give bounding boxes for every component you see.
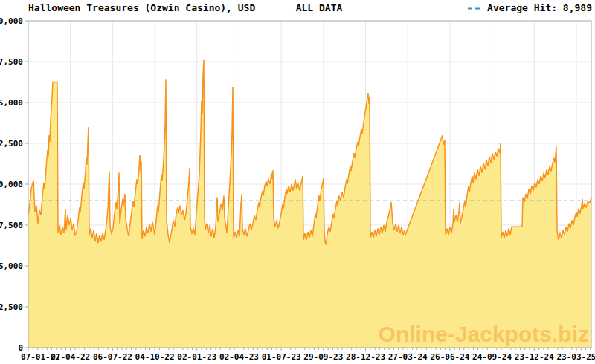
x-tick-label: 23-12-24 <box>515 352 554 362</box>
y-tick-label: 10,000 <box>0 180 23 189</box>
x-tick-label: 28-12-23 <box>346 352 385 362</box>
y-tick-label: 17,500 <box>0 57 23 67</box>
x-tick-label: 02-01-23 <box>177 352 216 362</box>
y-tick-label: 20,000 <box>0 16 23 26</box>
x-axis-labels: 07-01-2207-04-2206-07-2204-10-2202-01-23… <box>21 352 595 362</box>
x-tick-label: 27-03-24 <box>388 352 428 362</box>
x-tick-label: 26-06-24 <box>430 352 469 362</box>
x-tick-label: 29-09-23 <box>303 352 343 362</box>
x-tick-label: 01-07-23 <box>262 352 301 362</box>
y-tick-label: 2,500 <box>0 302 23 312</box>
x-tick-label: 06-07-22 <box>93 352 132 362</box>
y-tick-label: 5,000 <box>0 261 23 271</box>
x-tick-label: 04-10-22 <box>135 352 175 362</box>
y-axis-labels: 02,5005,0007,50010,00012,50015,00017,500… <box>0 16 23 353</box>
jackpot-history-chart: Halloween Treasures (Ozwin Casino), USD … <box>0 0 595 364</box>
x-tick-label: 23-03-25 <box>557 352 595 362</box>
y-tick-label: 7,500 <box>0 221 23 230</box>
x-tick-label: 07-04-22 <box>51 352 90 362</box>
x-tick-label: 02-04-23 <box>219 352 259 362</box>
y-tick-label: 15,000 <box>0 98 23 108</box>
x-tick-label: 24-09-24 <box>472 352 512 362</box>
y-tick-label: 12,500 <box>0 139 23 149</box>
chart-canvas: 02,5005,0007,50010,00012,50015,00017,500… <box>0 0 595 364</box>
